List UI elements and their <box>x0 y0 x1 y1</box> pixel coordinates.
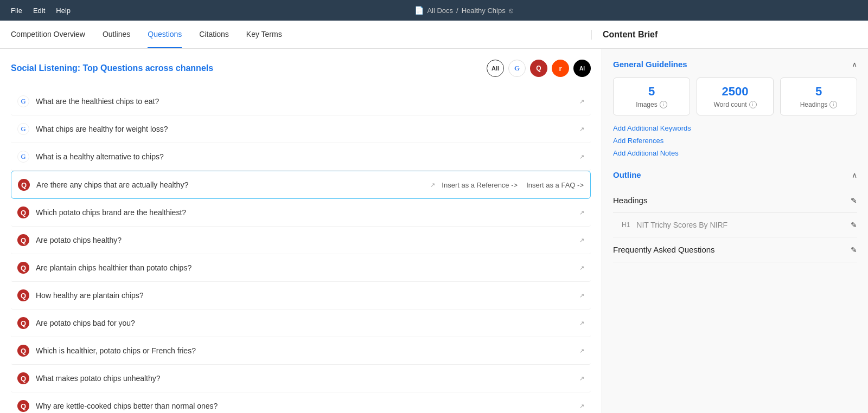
tab-outlines[interactable]: Outlines <box>103 21 130 48</box>
quora-icon: Q <box>17 262 29 274</box>
external-link-icon[interactable]: ↗ <box>579 320 584 327</box>
section-header: Social Listening: Top Questions across c… <box>11 60 591 77</box>
quora-icon: Q <box>17 400 29 412</box>
question-text: Are potato chips healthy? <box>36 236 571 244</box>
external-link-icon[interactable]: ↗ <box>579 292 584 299</box>
guidelines-label: General Guidelines <box>613 60 687 69</box>
metric-headings: 5 Headings i <box>780 78 857 115</box>
question-text: How healthy are plantain chips? <box>36 291 571 300</box>
question-item[interactable]: G What are the healthiest chips to eat? … <box>11 88 591 115</box>
external-link-icon[interactable]: ↗ <box>579 403 584 410</box>
question-item[interactable]: Q Why are kettle-cooked chips better tha… <box>11 392 591 413</box>
add-references-link[interactable]: Add References <box>613 137 857 145</box>
outline-label: Outline <box>613 170 641 179</box>
external-link-icon[interactable]: ↗ <box>579 209 584 216</box>
external-link-icon[interactable]: ↗ <box>579 375 584 382</box>
insert-reference-action[interactable]: Insert as a Reference -> <box>442 181 518 189</box>
images-value: 5 <box>620 85 683 99</box>
guidelines-section: General Guidelines ∧ 5 Images i 2500 Wor… <box>613 60 857 157</box>
main-layout: Social Listening: Top Questions across c… <box>0 49 868 413</box>
outline-item-left: Headings <box>613 196 647 205</box>
question-text: Why are kettle-cooked chips better than … <box>36 402 571 410</box>
faq-edit-icon[interactable]: ✎ <box>851 246 857 254</box>
outline-headings-item: Headings ✎ <box>613 188 857 213</box>
filter-reddit[interactable]: r <box>552 60 569 77</box>
doc-path: 📄 All Docs / Healthy Chips ⎋ <box>71 6 857 15</box>
question-text: Are potato chips bad for you? <box>36 319 571 327</box>
filter-all[interactable]: All <box>487 60 504 77</box>
question-text: Which potato chips brand are the healthi… <box>36 208 571 217</box>
filter-ai[interactable]: AI <box>573 60 591 77</box>
outline-items: Headings ✎ H1 NIT Trichy Scores By NIRF … <box>613 188 857 262</box>
outline-header: Outline ∧ <box>613 170 857 179</box>
question-text: What makes potato chips unhealthy? <box>36 374 571 383</box>
quora-icon: Q <box>17 345 29 357</box>
question-item-selected[interactable]: Q Are there any chips that are actually … <box>11 171 591 199</box>
question-actions: Insert as a Reference -> Insert as a FAQ… <box>442 181 584 189</box>
question-item[interactable]: G What chips are healthy for weight loss… <box>11 115 591 143</box>
external-link-icon[interactable]: ↗ <box>430 182 435 189</box>
action-links: Add Additional Keywords Add References A… <box>613 124 857 157</box>
question-item[interactable]: Q Which is healthier, potato chips or Fr… <box>11 337 591 365</box>
outline-section: Outline ∧ Headings ✎ H1 NIT Trichy Score… <box>613 170 857 262</box>
menu-help[interactable]: Help <box>56 7 71 15</box>
guidelines-chevron[interactable]: ∧ <box>852 60 857 69</box>
metric-images: 5 Images i <box>613 78 690 115</box>
quora-icon: Q <box>17 289 29 301</box>
question-item[interactable]: Q What makes potato chips unhealthy? ↗ <box>11 365 591 392</box>
filter-google[interactable]: G <box>508 60 526 77</box>
headings-value: 5 <box>787 85 850 99</box>
question-item[interactable]: G What is a healthy alternative to chips… <box>11 143 591 171</box>
google-icon: G <box>17 151 29 163</box>
outline-item-left: H1 NIT Trichy Scores By NIRF <box>622 221 727 229</box>
guidelines-header: General Guidelines ∧ <box>613 60 857 69</box>
question-text: Are there any chips that are actually he… <box>36 180 422 189</box>
external-link-icon[interactable]: ↗ <box>579 347 584 354</box>
wordcount-info-icon[interactable]: i <box>749 101 757 108</box>
question-item[interactable]: Q How healthy are plantain chips? ↗ <box>11 282 591 309</box>
headings-info-icon[interactable]: i <box>829 101 837 108</box>
question-text: Are plantain chips healthier than potato… <box>36 263 571 272</box>
wordcount-label: Word count i <box>704 101 767 108</box>
add-keywords-link[interactable]: Add Additional Keywords <box>613 124 857 132</box>
tab-competition[interactable]: Competition Overview <box>11 21 85 48</box>
external-link-icon[interactable]: ↗ <box>579 98 584 105</box>
question-text: What chips are healthy for weight loss? <box>36 125 571 133</box>
outline-faq-item: Frequently Asked Questions ✎ <box>613 237 857 262</box>
insert-faq-action[interactable]: Insert as a FAQ -> <box>526 181 584 189</box>
question-item[interactable]: Q Are potato chips healthy? ↗ <box>11 227 591 254</box>
images-label: Images i <box>620 101 683 108</box>
question-text: Which is healthier, potato chips or Fren… <box>36 346 571 355</box>
quora-icon: Q <box>17 206 29 218</box>
external-link-icon[interactable]: ↗ <box>579 264 584 272</box>
share-icon[interactable]: ⎋ <box>509 7 513 15</box>
outline-item-left: Frequently Asked Questions <box>613 245 715 254</box>
tab-keyterms[interactable]: Key Terms <box>246 21 282 48</box>
external-link-icon[interactable]: ↗ <box>579 153 584 160</box>
external-link-icon[interactable]: ↗ <box>579 126 584 133</box>
quora-icon: Q <box>18 179 30 191</box>
images-info-icon[interactable]: i <box>660 101 667 108</box>
quora-icon: Q <box>17 234 29 246</box>
tab-questions[interactable]: Questions <box>148 21 182 48</box>
question-item[interactable]: Q Are plantain chips healthier than pota… <box>11 254 591 282</box>
external-link-icon[interactable]: ↗ <box>579 237 584 244</box>
question-item[interactable]: Q Which potato chips brand are the healt… <box>11 199 591 227</box>
tabs: Competition Overview Outlines Questions … <box>11 21 591 48</box>
all-docs-link[interactable]: All Docs <box>427 7 453 15</box>
outline-chevron[interactable]: ∧ <box>852 171 857 179</box>
headings-outline-label: Headings <box>613 196 647 205</box>
path-separator: / <box>456 7 458 15</box>
question-text: What is a healthy alternative to chips? <box>36 152 571 161</box>
filter-buttons: All G Q r AI <box>487 60 591 77</box>
tab-citations[interactable]: Citations <box>199 21 228 48</box>
right-panel: General Guidelines ∧ 5 Images i 2500 Wor… <box>602 49 868 413</box>
question-item[interactable]: Q Are potato chips bad for you? ↗ <box>11 309 591 337</box>
add-notes-link[interactable]: Add Additional Notes <box>613 149 857 157</box>
menu-file[interactable]: File <box>11 7 22 15</box>
question-list: G What are the healthiest chips to eat? … <box>11 88 591 413</box>
headings-edit-icon[interactable]: ✎ <box>851 196 857 205</box>
h1-edit-icon[interactable]: ✎ <box>851 221 857 229</box>
menu-edit[interactable]: Edit <box>33 7 45 15</box>
filter-quora[interactable]: Q <box>530 60 547 77</box>
